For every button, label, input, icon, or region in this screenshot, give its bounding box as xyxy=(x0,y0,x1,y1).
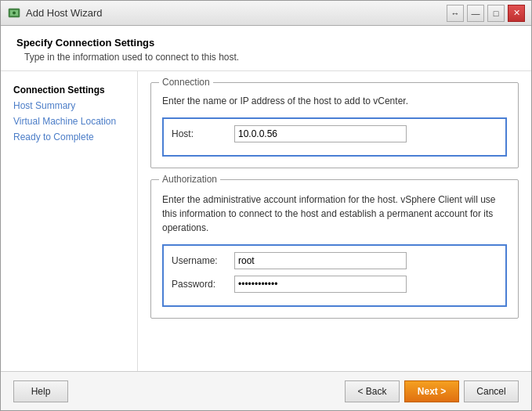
header-subtitle: Type in the information used to connect … xyxy=(16,52,516,63)
main-content: Connection Settings Host Summary Virtual… xyxy=(1,71,531,371)
host-input[interactable] xyxy=(234,125,407,142)
title-bar: Add Host Wizard ↔ — □ ✕ xyxy=(1,1,531,26)
host-input-wrapper: Host: xyxy=(162,117,507,157)
footer-right: < Back Next > Cancel xyxy=(345,380,519,402)
window-title: Add Host Wizard xyxy=(26,7,103,19)
authorization-section: Authorization Enter the administrative a… xyxy=(150,179,519,319)
sidebar-item-host-summary[interactable]: Host Summary xyxy=(10,98,128,114)
username-field-row: Username: xyxy=(172,252,498,269)
content-area: Connection Enter the name or IP address … xyxy=(138,71,531,371)
close-button[interactable]: ✕ xyxy=(508,5,525,22)
title-bar-controls: ↔ — □ ✕ xyxy=(447,5,525,22)
help-button[interactable]: Help xyxy=(13,380,68,402)
sidebar-item-virtual-machine-location[interactable]: Virtual Machine Location xyxy=(10,114,128,129)
footer-left: Help xyxy=(13,380,68,402)
next-button[interactable]: Next > xyxy=(404,380,459,402)
username-input[interactable] xyxy=(234,252,407,269)
cancel-button[interactable]: Cancel xyxy=(464,380,519,402)
auth-input-wrapper: Username: Password: xyxy=(162,244,507,307)
app-icon xyxy=(7,6,21,20)
maximize-button[interactable]: □ xyxy=(487,5,505,22)
minimize-button[interactable]: — xyxy=(467,5,484,22)
connection-section: Connection Enter the name or IP address … xyxy=(150,82,519,168)
header-section: Specify Connection Settings Type in the … xyxy=(1,26,531,71)
host-label: Host: xyxy=(172,128,234,139)
header-title: Specify Connection Settings xyxy=(16,37,516,49)
password-input[interactable] xyxy=(234,276,407,293)
sidebar: Connection Settings Host Summary Virtual… xyxy=(1,71,138,371)
password-label: Password: xyxy=(172,279,234,290)
authorization-description: Enter the administrative account informa… xyxy=(162,193,507,235)
connection-description: Enter the name or IP address of the host… xyxy=(162,96,507,106)
sidebar-item-connection-settings[interactable]: Connection Settings xyxy=(10,82,128,98)
sidebar-item-ready-to-complete[interactable]: Ready to Complete xyxy=(10,129,128,145)
wizard-window: Add Host Wizard ↔ — □ ✕ Specify Connecti… xyxy=(0,0,532,411)
svg-point-2 xyxy=(13,11,16,14)
connection-legend: Connection xyxy=(159,77,213,88)
authorization-legend: Authorization xyxy=(159,174,220,185)
back-button[interactable]: < Back xyxy=(345,380,400,402)
resize-button[interactable]: ↔ xyxy=(447,5,464,22)
password-field-row: Password: xyxy=(172,276,498,293)
host-field-row: Host: xyxy=(172,125,498,142)
title-bar-left: Add Host Wizard xyxy=(7,6,103,20)
footer: Help < Back Next > Cancel xyxy=(1,371,531,410)
username-label: Username: xyxy=(172,255,234,266)
